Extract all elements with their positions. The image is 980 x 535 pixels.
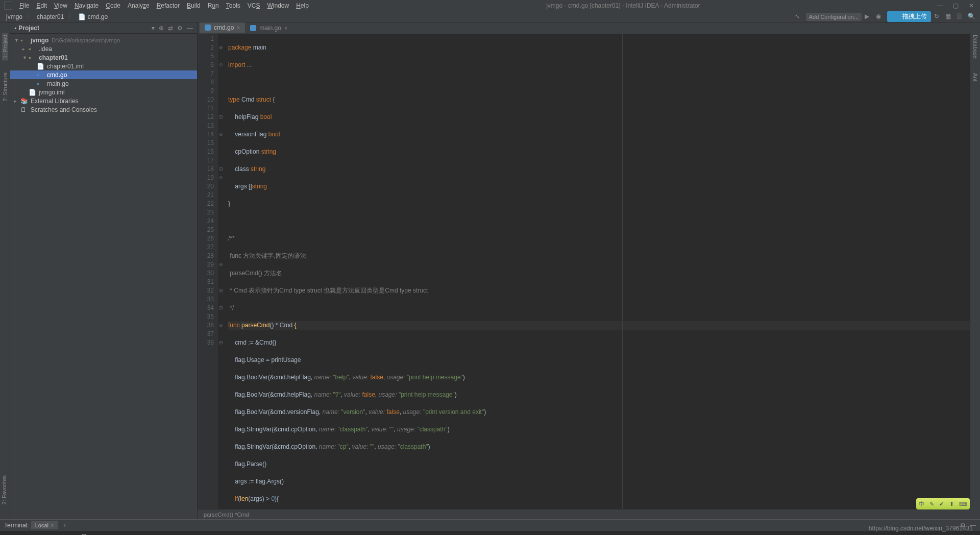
menu-help[interactable]: Help [293,1,312,10]
maximize-icon[interactable]: ▢ [951,2,961,9]
menu-code[interactable]: Code [103,1,124,10]
watermark: https://blog.csdn.net/weixin_37961431 [869,525,973,532]
add-terminal-icon[interactable]: + [60,522,69,529]
project-toolwindow-button[interactable]: 1: Project [2,33,8,60]
build-icon[interactable]: ⤡ [795,13,803,21]
titlebar: File Edit View Navigate Code Analyze Ref… [0,0,980,11]
crumb-2[interactable]: 📄 cmd.go [76,12,110,21]
ant-toolwindow-button[interactable]: Ant [972,71,978,84]
terminal-body[interactable]: D:\GoWorkspace\src\jvmgo> [0,531,980,535]
terminal-panel: Terminal: Local× + ⚙ — D:\GoWorkspace\sr… [0,519,980,535]
navbar: jvmgo〉 chapter01〉 📄 cmd.go ⤡ Add Configu… [0,11,980,22]
menu-view[interactable]: View [51,1,70,10]
settings-icon[interactable]: ⚙ [177,25,183,32]
window-title: jvmgo - cmd.go [chapter01] - IntelliJ ID… [312,2,935,9]
update-icon[interactable]: ↻ [934,13,942,21]
tree-scratches[interactable]: 🗒Scratches and Consoles [10,105,197,114]
go-file-icon [205,25,211,31]
menu-refactor[interactable]: Refactor [154,1,183,10]
menu-window[interactable]: Window [264,1,292,10]
database-toolwindow-button[interactable]: Database [972,33,978,61]
code-breadcrumb: parseCmd() *Cmd [198,509,970,519]
menu-tools[interactable]: Tools [223,1,243,10]
tree-chapter-iml[interactable]: 📄chapter01.iml [10,62,197,70]
right-gutter: Database Ant [970,22,980,519]
collapse-icon[interactable]: ⇄ [168,25,173,32]
structure-toolwindow-button[interactable]: 7: Structure [2,70,8,104]
crumb-1[interactable]: chapter01 [35,12,66,21]
project-panel: ▪ Project ▾ ⊕ ⇄ ⚙ — ▼▪jvmgoD:\GoWorkspac… [10,22,198,519]
crumb-0[interactable]: jvmgo [4,12,24,21]
ide-settings-icon[interactable]: ▦ [945,13,953,21]
menu-analyze[interactable]: Analyze [125,1,153,10]
editor[interactable]: 1256789101112131415161718192021222324252… [198,34,970,509]
panel-header: ▪ Project ▾ ⊕ ⇄ ⚙ — [10,22,197,34]
menu-navigate[interactable]: Navigate [71,1,102,10]
tree-cmd-go[interactable]: ▪cmd.go [10,70,197,79]
tree-jvmgo-iml[interactable]: 📄jvmgo.iml [10,88,197,96]
editor-area: cmd.go× main.go× 12567891011121314151617… [198,22,970,519]
line-gutter: 1256789101112131415161718192021222324252… [198,34,218,509]
close-icon[interactable]: ✕ [967,2,976,9]
terminal-title: Terminal: [4,522,29,529]
close-tab-icon[interactable]: × [284,26,287,31]
minimize-icon[interactable]: — [935,2,945,9]
add-config-button[interactable]: Add Configuration... [806,13,862,21]
menu-edit[interactable]: Edit [33,1,50,10]
menu-run[interactable]: Run [205,1,222,10]
terminal-tab-local[interactable]: Local× [31,521,58,529]
tree-external[interactable]: ▸📚External Libraries [10,96,197,105]
menubar: File Edit View Navigate Code Analyze Ref… [16,1,312,10]
tabs: cmd.go× main.go× [198,22,970,34]
project-structure-icon[interactable]: ☰ [957,13,965,21]
tree-chapter01[interactable]: ▼▪chapter01 [10,53,197,62]
project-tree: ▼▪jvmgoD:\GoWorkspace\src\jvmgo ▸▪.idea … [10,34,197,116]
ime-toolbar[interactable]: 中✎✔⬆⌨ [916,498,970,509]
search-icon[interactable]: 🔍 [968,13,976,21]
debug-icon[interactable]: ◉ [876,13,884,21]
locate-icon[interactable]: ⊕ [159,25,164,32]
app-logo-icon [4,2,12,10]
tree-root[interactable]: ▼▪jvmgoD:\GoWorkspace\src\jvmgo [10,36,197,44]
upload-button[interactable]: 拖拽上传 [887,11,931,22]
panel-title: Project [18,25,152,32]
fold-column: ⊕⊖⊟⊖⊟⊖⊖⊟⊟⊖⊟ [218,34,224,509]
run-icon[interactable]: ▶ [865,13,873,21]
tree-idea[interactable]: ▸▪.idea [10,44,197,53]
terminal-header: Terminal: Local× + ⚙ — [0,520,980,531]
go-file-icon [250,25,256,31]
close-tab-icon[interactable]: × [237,25,240,31]
tab-cmd[interactable]: cmd.go× [200,22,245,34]
cloud-icon [891,13,900,20]
code[interactable]: package main import ... type Cmd struct … [224,34,970,509]
breadcrumb: jvmgo〉 chapter01〉 📄 cmd.go [4,12,110,21]
favorites-toolwindow-button[interactable]: 2: Favorites [1,475,7,504]
window-controls: — ▢ ✕ [935,2,976,9]
hide-icon[interactable]: — [187,25,193,32]
left-gutter: 1: Project 7: Structure [0,22,10,519]
menu-vcs[interactable]: VCS [244,1,263,10]
menu-build[interactable]: Build [184,1,204,10]
tab-main[interactable]: main.go× [245,23,292,34]
menu-file[interactable]: File [16,1,32,10]
tree-main-go[interactable]: ▪main.go [10,79,197,88]
main: 1: Project 7: Structure ▪ Project ▾ ⊕ ⇄ … [0,22,980,519]
